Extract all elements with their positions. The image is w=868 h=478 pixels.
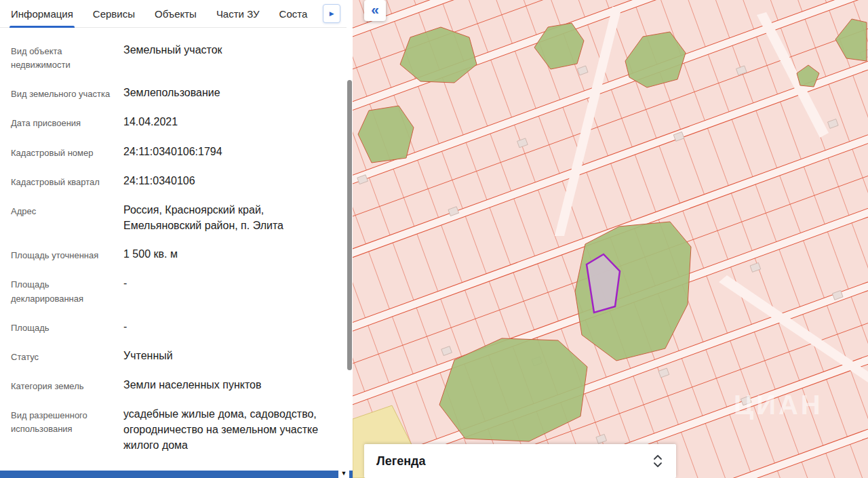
field-value: 1 500 кв. м [123, 247, 321, 262]
tab-information[interactable]: Информация [11, 0, 73, 28]
field-row: Статус Учтенный [11, 342, 342, 371]
tab-composition[interactable]: Соста [279, 0, 308, 28]
field-label: Категория земель [11, 378, 113, 393]
chevron-up-down-icon[interactable] [653, 453, 664, 469]
field-value: Россия, Красноярский край, Емельяновский… [123, 203, 321, 233]
scrollbar-thumb[interactable] [347, 80, 352, 370]
info-panel: Информация Сервисы Объекты Части ЗУ Сост… [0, 0, 353, 478]
field-row: Площадь - [11, 313, 342, 342]
tab-services[interactable]: Сервисы [93, 0, 135, 28]
field-label: Вид объекта недвижимости [11, 43, 113, 72]
field-value: 24:11:0340106 [123, 174, 321, 189]
panel-collapse-button[interactable]: « [364, 0, 386, 21]
field-label: Статус [11, 348, 113, 364]
field-row: Площадь декларированная - [11, 269, 342, 312]
field-label: Кадастровый номер [11, 144, 113, 160]
double-chevron-left-icon: « [371, 1, 379, 18]
triangle-right-icon: ▶ [330, 10, 334, 17]
field-row: Площадь уточненная 1 500 кв. м [11, 240, 342, 269]
field-list: Вид объекта недвижимости Земельный участ… [0, 28, 353, 460]
field-row: Адрес Россия, Красноярский край, Емельян… [11, 196, 342, 240]
field-row: Кадастровый квартал 24:11:0340106 [11, 167, 342, 196]
legend-title: Легенда [376, 454, 425, 469]
panel-scrollbar[interactable] [347, 0, 352, 471]
field-label: Адрес [11, 203, 113, 233]
field-row: Дата присвоения 14.04.2021 [11, 108, 342, 137]
tab-parcel-parts[interactable]: Части ЗУ [216, 0, 260, 28]
field-label: Площадь уточненная [11, 247, 113, 262]
field-value: усадебные жилые дома, садоводство, огоро… [123, 407, 321, 453]
panel-footer-bar[interactable] [0, 471, 353, 478]
field-value: Земельный участок [123, 43, 321, 72]
tabs-scroll-right-button[interactable]: ▶ [323, 4, 340, 23]
field-value: 24:11:0340106:1794 [123, 144, 321, 160]
field-row: Вид земельного участка Землепользование [11, 79, 342, 108]
cadastral-map-svg[interactable] [353, 0, 868, 478]
field-row: Кадастровый номер 24:11:0340106:1794 [11, 138, 342, 167]
field-value: Учтенный [123, 348, 321, 364]
field-label: Площадь декларированная [11, 276, 113, 305]
field-value: - [123, 319, 321, 335]
field-row: Вид объекта недвижимости Земельный участ… [11, 36, 342, 79]
tab-bar: Информация Сервисы Объекты Части ЗУ Сост… [0, 0, 353, 28]
legend-bar[interactable]: Легенда [364, 444, 676, 478]
field-label: Дата присвоения [11, 115, 113, 130]
field-label: Вид земельного участка [11, 85, 113, 101]
tab-objects[interactable]: Объекты [155, 0, 197, 28]
field-label: Площадь [11, 319, 113, 335]
field-label: Кадастровый квартал [11, 174, 113, 189]
field-value: - [123, 276, 321, 305]
chevron-down-icon[interactable]: ▼ [338, 469, 349, 478]
field-value: Земли населенных пунктов [123, 378, 321, 393]
field-row: Вид разрешенного использования усадебные… [11, 400, 342, 460]
field-label: Вид разрешенного использования [11, 407, 113, 453]
field-value: Землепользование [123, 85, 321, 101]
field-value: 14.04.2021 [123, 115, 321, 130]
field-row: Категория земель Земли населенных пункто… [11, 371, 342, 400]
cadastral-map[interactable]: « ЦИАН Легенда [353, 0, 868, 478]
